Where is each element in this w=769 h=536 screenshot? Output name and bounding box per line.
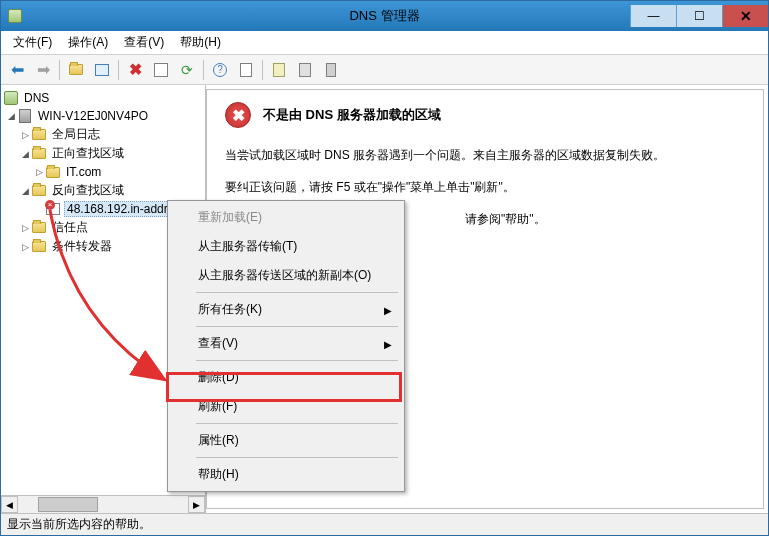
scroll-left-button[interactable]: ◀ [1,496,18,513]
arrow-left-icon: ⬅ [11,60,24,79]
folder-icon [31,239,47,255]
tree-label: DNS [22,91,51,105]
server-icon [17,108,33,124]
tree-horizontal-scrollbar[interactable]: ◀ ▶ [1,495,205,513]
ctx-delete[interactable]: 删除(D) [170,363,402,392]
error-title: 不是由 DNS 服务器加载的区域 [263,106,441,124]
dns-icon [3,90,19,106]
ctx-new-copy-from-master[interactable]: 从主服务器传送区域的新副本(O) [170,261,402,290]
scroll-right-button[interactable]: ▶ [188,496,205,513]
error-message-2: 要纠正该问题，请按 F5 或在"操作"菜单上单击"刷新"。 [225,178,745,196]
minimize-button[interactable]: — [630,5,676,27]
toolbar-button-5[interactable] [293,58,317,82]
app-icon [7,8,23,24]
ctx-label: 查看(V) [198,336,238,350]
collapse-icon[interactable]: ◢ [5,110,17,122]
toolbar-separator [203,60,204,80]
toolbar: ⬅ ➡ ✖ ⟳ ? [1,55,768,85]
menu-help[interactable]: 帮助(H) [172,32,229,53]
folder-icon [31,183,47,199]
tree-root-dns[interactable]: DNS [1,89,205,107]
properties-icon [154,63,168,77]
nav-forward-button[interactable]: ➡ [31,58,55,82]
toolbar-button-4[interactable] [267,58,291,82]
statusbar: 显示当前所选内容的帮助。 [1,513,768,535]
error-message-3: 请参阅"帮助"。 [465,210,745,228]
help-icon: ? [213,63,227,77]
nav-back-button[interactable]: ⬅ [5,58,29,82]
context-menu: 重新加载(E) 从主服务器传输(T) 从主服务器传送区域的新副本(O) 所有任务… [167,200,405,492]
toolbar-button-3[interactable] [234,58,258,82]
close-button[interactable]: ✕ [722,5,768,27]
titlebar: DNS 管理器 — ☐ ✕ [1,1,768,31]
tree-label: 正向查找区域 [50,145,126,162]
ctx-separator [196,457,398,458]
menu-action[interactable]: 操作(A) [60,32,116,53]
maximize-button[interactable]: ☐ [676,5,722,27]
doc-icon [299,63,311,77]
tree-label: 信任点 [50,219,90,236]
window-title: DNS 管理器 [349,7,419,25]
ctx-refresh[interactable]: 刷新(F) [170,392,402,421]
menu-view[interactable]: 查看(V) [116,32,172,53]
tree-global-logs[interactable]: ▷ 全局日志 [1,125,205,144]
expand-icon[interactable]: ▷ [19,222,31,234]
arrow-right-icon: ➡ [37,60,50,79]
ctx-separator [196,360,398,361]
refresh-icon: ⟳ [181,62,193,78]
ctx-all-tasks[interactable]: 所有任务(K) ▶ [170,295,402,324]
show-hide-tree-button[interactable] [64,58,88,82]
scroll-thumb[interactable] [38,497,98,512]
ctx-separator [196,326,398,327]
delete-button[interactable]: ✖ [123,58,147,82]
folder-icon [45,164,61,180]
submenu-arrow-icon: ▶ [384,338,392,349]
tree-label: WIN-V12EJ0NV4PO [36,109,150,123]
ctx-transfer-from-master[interactable]: 从主服务器传输(T) [170,232,402,261]
toolbar-button-6[interactable] [319,58,343,82]
window-icon [95,64,109,76]
expand-icon[interactable]: ▷ [33,166,45,178]
delete-icon: ✖ [129,60,142,79]
tree-label: 反向查找区域 [50,182,126,199]
folder-icon [31,127,47,143]
ctx-view[interactable]: 查看(V) ▶ [170,329,402,358]
expand-icon[interactable]: ▷ [19,241,31,253]
ctx-label: 所有任务(K) [198,302,262,316]
submenu-arrow-icon: ▶ [384,304,392,315]
tree-server[interactable]: ◢ WIN-V12EJ0NV4PO [1,107,205,125]
menubar: 文件(F) 操作(A) 查看(V) 帮助(H) [1,31,768,55]
statusbar-text: 显示当前所选内容的帮助。 [7,516,151,533]
tree-forward-zone-item[interactable]: ▷ IT.com [1,163,205,181]
error-icon: ✖ [225,102,251,128]
error-message-1: 当尝试加载区域时 DNS 服务器遇到一个问题。来自主服务器的区域数据复制失败。 [225,146,745,164]
window-controls: — ☐ ✕ [630,5,768,27]
expand-icon[interactable]: ▷ [19,129,31,141]
ctx-reload[interactable]: 重新加载(E) [170,203,402,232]
collapse-icon[interactable]: ◢ [19,185,31,197]
error-header: ✖ 不是由 DNS 服务器加载的区域 [225,102,745,128]
server-icon [326,63,336,77]
folder-icon [31,220,47,236]
properties-button[interactable] [149,58,173,82]
tree-label: 全局日志 [50,126,102,143]
folder-icon [69,64,83,75]
ctx-separator [196,292,398,293]
folder-icon [31,146,47,162]
zone-error-icon [45,201,61,217]
tree-label: 48.168.192.in-addr [64,201,171,217]
ctx-properties[interactable]: 属性(R) [170,426,402,455]
tree-label: IT.com [64,165,103,179]
collapse-icon[interactable]: ◢ [19,148,31,160]
menu-file[interactable]: 文件(F) [5,32,60,53]
doc-icon [273,63,285,77]
tree-reverse-zones[interactable]: ◢ 反向查找区域 [1,181,205,200]
toolbar-separator [59,60,60,80]
ctx-help[interactable]: 帮助(H) [170,460,402,489]
tree-forward-zones[interactable]: ◢ 正向查找区域 [1,144,205,163]
refresh-button[interactable]: ⟳ [175,58,199,82]
toolbar-button-2[interactable] [90,58,114,82]
toolbar-separator [262,60,263,80]
ctx-separator [196,423,398,424]
help-button[interactable]: ? [208,58,232,82]
